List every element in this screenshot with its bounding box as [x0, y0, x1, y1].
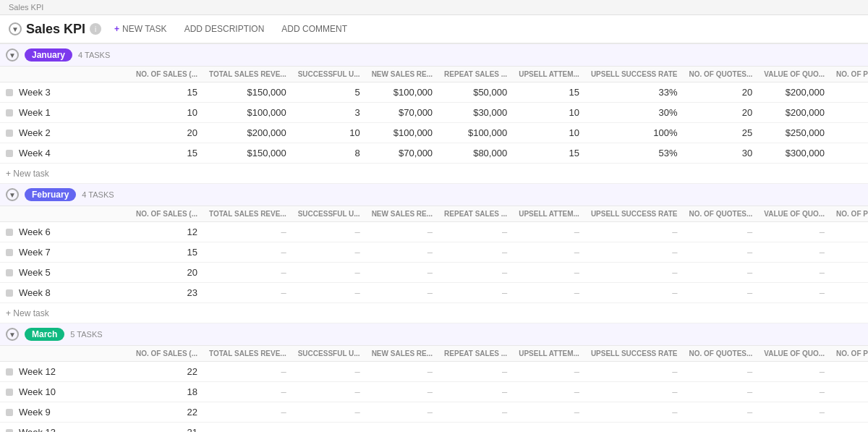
- col-header-february-3: SUCCESSFUL U...: [292, 206, 366, 222]
- table-row[interactable]: Week 6 12–––––––––: [0, 222, 868, 242]
- task-value-col-6: –: [513, 423, 585, 433]
- task-value-col-2: –: [203, 382, 292, 402]
- table-row[interactable]: Week 5 20–––––––––: [0, 263, 868, 283]
- task-value-col-10: –: [830, 402, 868, 423]
- table-row[interactable]: Week 10 18–––––––––: [0, 382, 868, 402]
- info-icon[interactable]: i: [90, 23, 101, 35]
- page-title: Sales KPI: [26, 22, 85, 37]
- task-value-col-9: –: [758, 283, 830, 303]
- task-name-cell: Week 1: [0, 103, 130, 123]
- task-name-cell: Week 2: [0, 123, 130, 143]
- task-value-col-5: –: [438, 283, 513, 303]
- col-header-march-2: TOTAL SALES REVE...: [203, 346, 292, 362]
- task-value-col-2: –: [203, 242, 292, 263]
- task-name: Week 2: [19, 127, 51, 138]
- task-value-col-2: –: [203, 222, 292, 242]
- task-value-col-10: 12: [830, 123, 868, 143]
- table-row[interactable]: Week 4 15$150,0008$70,000$80,0001553%30$…: [0, 143, 868, 164]
- col-header-january-8: NO. OF QUOTES...: [684, 67, 759, 82]
- col-header-february-8: NO. OF QUOTES...: [684, 206, 759, 222]
- task-value-col-8: –: [684, 263, 759, 283]
- top-bar-label: Sales KPI: [9, 3, 43, 12]
- group-label-january: January: [25, 48, 72, 62]
- task-value-col-4: $100,000: [366, 82, 438, 103]
- add-description-button[interactable]: ADD DESCRIPTION: [180, 21, 269, 37]
- collapse-icon[interactable]: ▼: [9, 22, 22, 35]
- task-value-col-6: 10: [513, 123, 585, 143]
- task-value-col-9: $300,000: [758, 143, 830, 164]
- table-row[interactable]: Week 1 10$100,0003$70,000$30,0001030%20$…: [0, 103, 868, 123]
- task-name: Week 7: [19, 247, 51, 258]
- task-color-dot: [6, 109, 13, 117]
- new-task-row-january: + New task: [0, 164, 868, 184]
- table-row[interactable]: Week 7 15–––––––––: [0, 242, 868, 263]
- group-header-content-march: ▼ March 5 TASKS: [6, 328, 868, 341]
- task-value-col-8: 20: [684, 82, 759, 103]
- col-header-february-7: UPSELL SUCCESS RATE: [585, 206, 684, 222]
- task-value-col-7: –: [585, 362, 684, 382]
- task-color-dot: [6, 130, 13, 137]
- task-value-col-5: –: [438, 402, 513, 423]
- col-header-march-9: VALUE OF QUO...: [758, 346, 830, 362]
- task-value-col-4: $100,000: [366, 123, 438, 143]
- task-value-col-3: 5: [292, 82, 366, 103]
- table-row[interactable]: Week 12 22–––––––––: [0, 362, 868, 382]
- task-value-col-6: –: [513, 263, 585, 283]
- task-name: Week 8: [19, 287, 51, 298]
- add-comment-button[interactable]: ADD COMMENT: [277, 21, 352, 37]
- col-header-february-5: REPEAT SALES ...: [438, 206, 513, 222]
- task-value-col-5: –: [438, 242, 513, 263]
- group-toggle-march[interactable]: ▼: [6, 328, 19, 341]
- group-header-january: ▼ January 4 TASKS: [0, 44, 868, 67]
- new-task-btn-february[interactable]: + New task: [6, 308, 49, 318]
- table-row[interactable]: Week 3 15$150,0005$100,000$50,0001533%20…: [0, 82, 868, 103]
- table-row[interactable]: Week 9 22–––––––––: [0, 402, 868, 423]
- task-value-col-10: –: [830, 263, 868, 283]
- task-value-col-4: $70,000: [366, 143, 438, 164]
- task-name-cell: Week 5: [0, 263, 130, 283]
- task-value-col-9: –: [758, 382, 830, 402]
- table-row[interactable]: Week 13 21–––––––––: [0, 423, 868, 433]
- task-value-col-1: 22: [130, 362, 203, 382]
- task-value-col-3: 3: [292, 103, 366, 123]
- add-comment-label: ADD COMMENT: [281, 24, 347, 34]
- task-value-col-4: –: [366, 222, 438, 242]
- col-header-march-0: [0, 346, 130, 362]
- task-color-dot: [6, 269, 13, 276]
- task-name-cell: Week 8: [0, 283, 130, 303]
- task-value-col-10: –: [830, 222, 868, 242]
- col-header-march-1: NO. OF SALES (...: [130, 346, 203, 362]
- task-value-col-10: 15: [830, 82, 868, 103]
- task-value-col-8: 20: [684, 103, 759, 123]
- col-header-january-3: SUCCESSFUL U...: [292, 67, 366, 82]
- group-toggle-february[interactable]: ▼: [6, 188, 19, 201]
- task-value-col-9: $200,000: [758, 82, 830, 103]
- task-value-col-3: –: [292, 263, 366, 283]
- table-row[interactable]: Week 2 20$200,00010$100,000$100,00010100…: [0, 123, 868, 143]
- group-label-february: February: [25, 188, 76, 201]
- new-task-btn-january[interactable]: + New task: [6, 169, 49, 179]
- group-label-march: March: [25, 328, 64, 341]
- col-header-january-5: REPEAT SALES ...: [438, 67, 513, 82]
- task-color-dot: [6, 429, 13, 433]
- new-task-button[interactable]: + NEW TASK: [110, 21, 171, 37]
- task-value-col-4: –: [366, 242, 438, 263]
- task-value-col-8: –: [684, 362, 759, 382]
- task-name: Week 10: [19, 386, 56, 397]
- task-name: Week 5: [19, 267, 51, 278]
- task-value-col-7: –: [585, 222, 684, 242]
- task-value-col-3: –: [292, 382, 366, 402]
- task-value-col-8: –: [684, 242, 759, 263]
- task-value-col-3: –: [292, 423, 366, 433]
- group-header-content-january: ▼ January 4 TASKS: [6, 48, 868, 62]
- task-value-col-10: 10: [830, 103, 868, 123]
- task-name: Week 6: [19, 226, 51, 237]
- task-value-col-1: 15: [130, 143, 203, 164]
- group-toggle-january[interactable]: ▼: [6, 48, 19, 62]
- task-value-col-1: 10: [130, 103, 203, 123]
- col-header-march-10: NO. OF PRO...: [830, 346, 868, 362]
- task-value-col-5: –: [438, 222, 513, 242]
- table-row[interactable]: Week 8 23–––––––––: [0, 283, 868, 303]
- task-name-cell: Week 4: [0, 143, 130, 164]
- task-value-col-2: –: [203, 402, 292, 423]
